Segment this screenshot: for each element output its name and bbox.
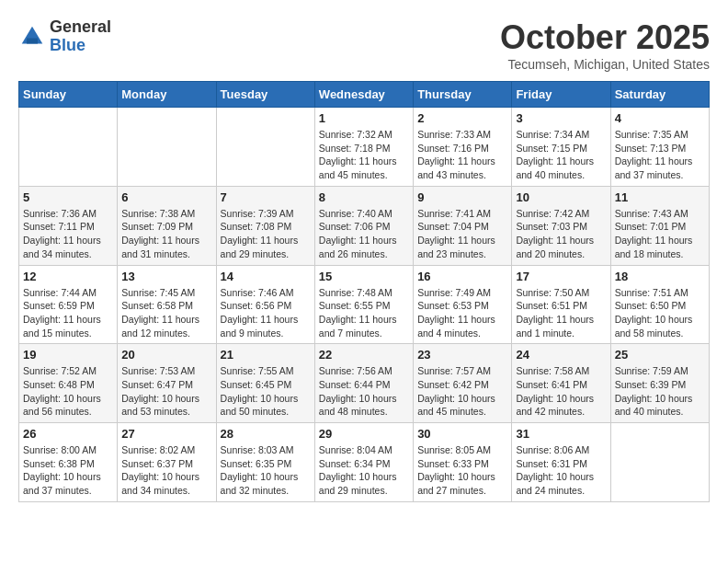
calendar-day-cell: 29Sunrise: 8:04 AMSunset: 6:34 PMDayligh… [314,423,413,502]
day-number: 29 [319,427,409,441]
day-info: Sunrise: 7:35 AMSunset: 7:13 PMDaylight:… [615,128,705,182]
day-number: 10 [516,190,606,204]
day-info: Sunrise: 7:57 AMSunset: 6:42 PMDaylight:… [417,364,507,419]
day-number: 7 [221,190,311,204]
day-number: 11 [615,190,705,204]
calendar-week-row: 5Sunrise: 7:36 AMSunset: 7:11 PMDaylight… [19,186,710,265]
weekday-header: Saturday [610,82,709,108]
day-info: Sunrise: 7:41 AMSunset: 7:04 PMDaylight:… [417,207,507,261]
day-number: 16 [417,270,507,283]
calendar-day-cell: 26Sunrise: 8:00 AMSunset: 6:38 PMDayligh… [19,423,118,502]
weekday-header: Tuesday [216,82,314,108]
calendar-day-cell [19,108,118,187]
calendar-table: SundayMondayTuesdayWednesdayThursdayFrid… [18,81,710,502]
calendar-day-cell: 19Sunrise: 7:52 AMSunset: 6:48 PMDayligh… [19,344,118,423]
calendar-day-cell: 8Sunrise: 7:40 AMSunset: 7:06 PMDaylight… [314,186,413,265]
day-number: 17 [516,270,606,283]
weekday-header: Sunday [19,82,118,108]
day-number: 3 [516,111,606,125]
month-title: October 2025 [500,18,710,57]
calendar-day-cell [216,108,314,187]
day-info: Sunrise: 7:39 AMSunset: 7:08 PMDaylight:… [221,207,311,261]
logo-icon [18,23,46,51]
day-info: Sunrise: 7:58 AMSunset: 6:41 PMDaylight:… [516,364,606,419]
location-text: Tecumseh, Michigan, United States [500,57,710,72]
day-info: Sunrise: 7:42 AMSunset: 7:03 PMDaylight:… [516,207,606,261]
day-info: Sunrise: 8:05 AMSunset: 6:33 PMDaylight:… [417,443,507,498]
day-number: 2 [417,111,507,125]
day-info: Sunrise: 7:45 AMSunset: 6:58 PMDaylight:… [121,286,211,340]
day-number: 13 [121,270,211,283]
day-info: Sunrise: 7:59 AMSunset: 6:39 PMDaylight:… [615,364,705,419]
title-block: October 2025 Tecumseh, Michigan, United … [500,18,710,72]
weekday-header: Thursday [414,82,512,108]
weekday-header: Friday [512,82,610,108]
day-number: 27 [121,427,211,441]
weekday-header-row: SundayMondayTuesdayWednesdayThursdayFrid… [19,82,710,108]
calendar-day-cell: 31Sunrise: 8:06 AMSunset: 6:31 PMDayligh… [512,423,610,502]
day-info: Sunrise: 7:51 AMSunset: 6:50 PMDaylight:… [615,286,705,340]
day-number: 14 [221,270,311,283]
calendar-day-cell: 30Sunrise: 8:05 AMSunset: 6:33 PMDayligh… [414,423,512,502]
calendar-week-row: 26Sunrise: 8:00 AMSunset: 6:38 PMDayligh… [19,423,710,502]
calendar-day-cell: 2Sunrise: 7:33 AMSunset: 7:16 PMDaylight… [414,108,512,187]
calendar-week-row: 1Sunrise: 7:32 AMSunset: 7:18 PMDaylight… [19,108,710,187]
day-info: Sunrise: 7:50 AMSunset: 6:51 PMDaylight:… [516,286,606,340]
day-number: 6 [121,190,211,204]
calendar-day-cell: 18Sunrise: 7:51 AMSunset: 6:50 PMDayligh… [610,265,709,344]
day-number: 22 [319,348,409,362]
day-info: Sunrise: 7:52 AMSunset: 6:48 PMDaylight:… [23,364,113,419]
calendar-day-cell: 14Sunrise: 7:46 AMSunset: 6:56 PMDayligh… [216,265,314,344]
day-info: Sunrise: 7:32 AMSunset: 7:18 PMDaylight:… [319,128,409,182]
day-number: 20 [121,348,211,362]
day-number: 21 [221,348,311,362]
calendar-day-cell: 27Sunrise: 8:02 AMSunset: 6:37 PMDayligh… [118,423,216,502]
calendar-day-cell: 13Sunrise: 7:45 AMSunset: 6:58 PMDayligh… [118,265,216,344]
calendar-day-cell: 21Sunrise: 7:55 AMSunset: 6:45 PMDayligh… [216,344,314,423]
day-info: Sunrise: 7:53 AMSunset: 6:47 PMDaylight:… [121,364,211,419]
day-info: Sunrise: 7:46 AMSunset: 6:56 PMDaylight:… [221,286,311,340]
day-info: Sunrise: 7:36 AMSunset: 7:11 PMDaylight:… [23,207,113,261]
day-number: 15 [319,270,409,283]
day-number: 4 [615,111,705,125]
page-header: General Blue October 2025 Tecumseh, Mich… [18,18,710,72]
calendar-day-cell: 1Sunrise: 7:32 AMSunset: 7:18 PMDaylight… [314,108,413,187]
day-info: Sunrise: 7:40 AMSunset: 7:06 PMDaylight:… [319,207,409,261]
day-info: Sunrise: 8:00 AMSunset: 6:38 PMDaylight:… [23,443,113,498]
svg-rect-2 [27,38,38,43]
day-number: 31 [516,427,606,441]
calendar-day-cell: 5Sunrise: 7:36 AMSunset: 7:11 PMDaylight… [19,186,118,265]
day-number: 18 [615,270,705,283]
calendar-day-cell: 20Sunrise: 7:53 AMSunset: 6:47 PMDayligh… [118,344,216,423]
calendar-day-cell: 16Sunrise: 7:49 AMSunset: 6:53 PMDayligh… [414,265,512,344]
calendar-day-cell [610,423,709,502]
calendar-day-cell: 22Sunrise: 7:56 AMSunset: 6:44 PMDayligh… [314,344,413,423]
calendar-day-cell: 7Sunrise: 7:39 AMSunset: 7:08 PMDaylight… [216,186,314,265]
calendar-day-cell: 9Sunrise: 7:41 AMSunset: 7:04 PMDaylight… [414,186,512,265]
day-info: Sunrise: 8:02 AMSunset: 6:37 PMDaylight:… [121,443,211,498]
day-number: 25 [615,348,705,362]
calendar-day-cell: 12Sunrise: 7:44 AMSunset: 6:59 PMDayligh… [19,265,118,344]
calendar-day-cell: 10Sunrise: 7:42 AMSunset: 7:03 PMDayligh… [512,186,610,265]
calendar-week-row: 19Sunrise: 7:52 AMSunset: 6:48 PMDayligh… [19,344,710,423]
day-info: Sunrise: 8:04 AMSunset: 6:34 PMDaylight:… [319,443,409,498]
calendar-day-cell: 15Sunrise: 7:48 AMSunset: 6:55 PMDayligh… [314,265,413,344]
day-number: 9 [417,190,507,204]
day-info: Sunrise: 7:33 AMSunset: 7:16 PMDaylight:… [417,128,507,182]
day-info: Sunrise: 8:03 AMSunset: 6:35 PMDaylight:… [221,443,311,498]
day-number: 24 [516,348,606,362]
calendar-week-row: 12Sunrise: 7:44 AMSunset: 6:59 PMDayligh… [19,265,710,344]
calendar-day-cell: 25Sunrise: 7:59 AMSunset: 6:39 PMDayligh… [610,344,709,423]
day-number: 23 [417,348,507,362]
day-number: 1 [319,111,409,125]
day-info: Sunrise: 7:43 AMSunset: 7:01 PMDaylight:… [615,207,705,261]
day-info: Sunrise: 7:34 AMSunset: 7:15 PMDaylight:… [516,128,606,182]
calendar-day-cell: 11Sunrise: 7:43 AMSunset: 7:01 PMDayligh… [610,186,709,265]
day-info: Sunrise: 8:06 AMSunset: 6:31 PMDaylight:… [516,443,606,498]
day-number: 12 [23,270,113,283]
day-info: Sunrise: 7:44 AMSunset: 6:59 PMDaylight:… [23,286,113,340]
weekday-header: Wednesday [314,82,413,108]
day-info: Sunrise: 7:56 AMSunset: 6:44 PMDaylight:… [319,364,409,419]
day-info: Sunrise: 7:38 AMSunset: 7:09 PMDaylight:… [121,207,211,261]
day-number: 5 [23,190,113,204]
